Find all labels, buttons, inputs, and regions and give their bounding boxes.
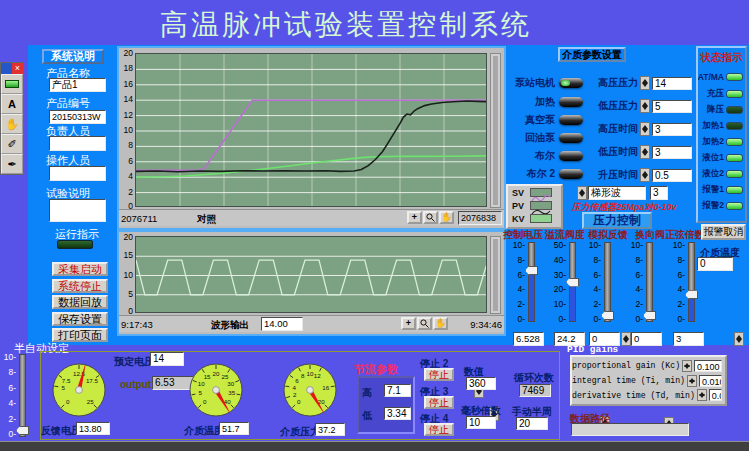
relief-valve-slider[interactable]: 50403020100 bbox=[552, 240, 582, 324]
chart-scrollbar[interactable] bbox=[490, 236, 501, 314]
tools-palette-titlebar[interactable]: × bbox=[1, 63, 23, 74]
stop4-button[interactable]: 停止 bbox=[424, 423, 454, 436]
zoom-tool-icon[interactable] bbox=[417, 317, 432, 330]
ms-multiplier-field[interactable]: 10 bbox=[466, 416, 496, 429]
alarm1-led bbox=[726, 186, 743, 194]
throttle-low-field[interactable]: 3.34 bbox=[384, 407, 411, 420]
wave-select-stepper[interactable] bbox=[577, 186, 587, 200]
data-path-field[interactable] bbox=[571, 423, 689, 436]
boolean-toggle[interactable] bbox=[559, 151, 583, 161]
manual-half-field[interactable]: 20 bbox=[516, 417, 548, 430]
slider-track[interactable] bbox=[528, 242, 535, 322]
hand-tool-icon[interactable]: ✋ bbox=[1, 114, 23, 134]
sine-multiplier-value[interactable]: 3 bbox=[673, 332, 704, 346]
control-voltage-value[interactable]: 6.528 bbox=[513, 332, 544, 346]
slider-thumb[interactable] bbox=[643, 311, 656, 320]
product-name-field[interactable]: 产品1 bbox=[49, 78, 106, 92]
control-voltage-slider[interactable]: 1086420 bbox=[511, 240, 541, 324]
crosshair-tool-icon[interactable]: + bbox=[407, 211, 422, 224]
analog-feedback-slider[interactable]: 1086420 bbox=[587, 240, 617, 324]
reversing-valve-value[interactable]: 0 bbox=[631, 332, 662, 346]
high-pressure-field[interactable]: 14 bbox=[652, 77, 692, 90]
medium-temperature-value: 51.7 bbox=[219, 422, 249, 435]
print-page-button[interactable]: 打印页面 bbox=[52, 328, 108, 342]
chart-scrollbar[interactable] bbox=[490, 53, 501, 208]
dropper-tool-icon[interactable]: ✐ bbox=[1, 134, 23, 154]
heating-toggle[interactable] bbox=[559, 97, 583, 107]
pid-td-stepper[interactable] bbox=[697, 389, 707, 401]
stop3-button[interactable]: 停止 bbox=[424, 396, 454, 409]
product-number-field[interactable]: 20150313W bbox=[49, 110, 106, 124]
slider-track[interactable] bbox=[604, 242, 611, 322]
low-time-field[interactable]: 3 bbox=[652, 146, 692, 159]
high-time-field[interactable]: 3 bbox=[652, 123, 692, 136]
slider-thumb[interactable] bbox=[566, 278, 579, 287]
y-tick: 10 bbox=[119, 125, 133, 135]
slider-thumb[interactable] bbox=[16, 426, 29, 435]
sine-multiplier-stepper[interactable] bbox=[734, 332, 744, 346]
pid-kc-stepper[interactable] bbox=[682, 360, 692, 372]
slider-track[interactable] bbox=[19, 354, 26, 437]
ramp-time-stepper[interactable] bbox=[640, 168, 650, 182]
pen-tool-icon[interactable]: ✒ bbox=[1, 154, 23, 174]
pid-td-label: derivative time (Td, min) bbox=[572, 391, 695, 400]
numeric-row: 高压压力14 bbox=[592, 76, 692, 90]
slider-thumb[interactable] bbox=[601, 311, 614, 320]
operator-field[interactable] bbox=[49, 166, 106, 181]
pressure-control-button[interactable]: 压力控制 bbox=[582, 212, 652, 229]
crosshair-tool-icon[interactable]: + bbox=[401, 317, 416, 330]
system-description-button[interactable]: 系统说明 bbox=[42, 49, 104, 64]
pan-hand-tool-icon[interactable]: ✋ bbox=[433, 317, 448, 330]
edit-text-tool-icon[interactable]: A bbox=[1, 94, 23, 114]
slider-track[interactable] bbox=[646, 242, 653, 322]
operate-value-tool-icon[interactable] bbox=[1, 74, 23, 94]
stop2-button[interactable]: 停止 bbox=[424, 368, 454, 381]
system-stop-button[interactable]: 系统停止 bbox=[52, 279, 108, 293]
data-playback-button[interactable]: 数据回放 bbox=[52, 295, 108, 309]
wave-aux-field[interactable]: 3 bbox=[650, 186, 668, 200]
wave-type-select[interactable]: 梯形波 bbox=[588, 186, 646, 200]
low-pressure-field[interactable]: 5 bbox=[652, 100, 692, 113]
pid-td-field[interactable]: 0.000 bbox=[709, 389, 722, 401]
pid-ti-stepper[interactable] bbox=[687, 375, 697, 387]
alarm-cancel-button[interactable]: 报警取消 bbox=[701, 224, 746, 240]
vacuum-pump-toggle[interactable] bbox=[559, 115, 583, 125]
page-title: 高温脉冲试验装置控制系统 bbox=[160, 6, 532, 44]
slider-thumb[interactable] bbox=[525, 266, 538, 275]
high-pressure-stepper[interactable] bbox=[640, 76, 650, 90]
sine-multiplier-slider[interactable]: 1086420 bbox=[671, 240, 701, 324]
numeric-value-field[interactable]: 360 bbox=[466, 377, 496, 390]
ramp-time-field[interactable]: 0.5 bbox=[652, 169, 692, 182]
status-panel: 状态指示 AT/MA 充压 降压 加热1 加热2 液位1 液位2 报警1 报警2 bbox=[696, 46, 747, 223]
x-start-time: 9:17:43 bbox=[121, 319, 153, 330]
svg-text:15: 15 bbox=[204, 373, 211, 380]
acquisition-start-button[interactable]: 采集启动 bbox=[52, 262, 108, 276]
low-time-stepper[interactable] bbox=[640, 145, 650, 159]
pump-motor-toggle[interactable] bbox=[559, 78, 583, 88]
close-icon[interactable]: × bbox=[12, 63, 23, 74]
pan-hand-tool-icon[interactable]: ✋ bbox=[439, 211, 454, 224]
slider-track[interactable] bbox=[688, 242, 695, 322]
slider-thumb[interactable] bbox=[685, 290, 698, 299]
low-pressure-stepper[interactable] bbox=[640, 99, 650, 113]
semi-auto-slider[interactable]: 1086420 bbox=[2, 352, 32, 439]
medium-temp-field[interactable]: 0 bbox=[697, 257, 733, 271]
zoom-tool-icon[interactable] bbox=[423, 211, 438, 224]
pid-kc-field[interactable]: 0.100 bbox=[694, 360, 722, 372]
analog-feedback-stepper[interactable] bbox=[621, 332, 631, 346]
y-tick: 16 bbox=[119, 79, 133, 89]
preset-voltage-field[interactable]: 14 bbox=[150, 352, 184, 366]
boolean2-toggle[interactable] bbox=[559, 169, 583, 179]
throttle-high-field[interactable]: 7.1 bbox=[384, 384, 411, 397]
responsible-person-field[interactable] bbox=[49, 136, 106, 151]
toggle-row: 加热 bbox=[505, 95, 583, 109]
reversing-valve-slider[interactable]: 1086420 bbox=[629, 240, 659, 324]
save-settings-button[interactable]: 保存设置 bbox=[52, 312, 108, 326]
depressurize-led bbox=[726, 106, 743, 114]
depressurize-label: 降压 bbox=[707, 104, 724, 116]
oil-return-pump-toggle[interactable] bbox=[559, 133, 583, 143]
high-time-stepper[interactable] bbox=[640, 122, 650, 136]
pid-ti-field[interactable]: 0.010 bbox=[699, 375, 722, 387]
test-description-field[interactable] bbox=[49, 199, 106, 222]
alarm2-label: 报警2 bbox=[702, 200, 724, 212]
